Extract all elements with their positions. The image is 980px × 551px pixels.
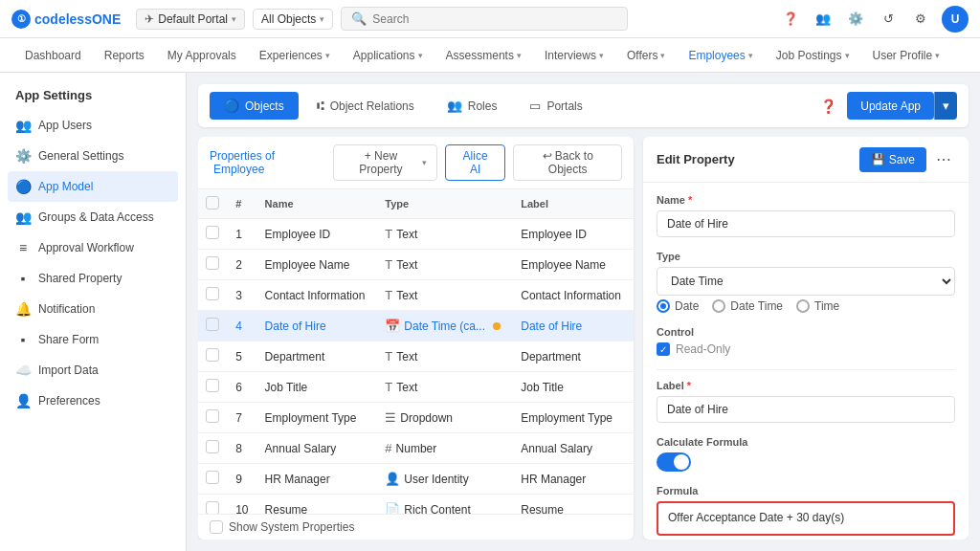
save-button[interactable]: 💾 Save — [859, 147, 926, 172]
edit-panel-header: Edit Property 💾 Save ⋯ — [643, 137, 969, 183]
row-checkbox[interactable] — [198, 464, 228, 495]
nav-interviews[interactable]: Interviews ▾ — [535, 43, 613, 68]
sidebar-item-import-data[interactable]: ☁️ Import Data — [0, 355, 186, 386]
nav-applications[interactable]: Applications ▾ — [344, 43, 433, 68]
nav-reports[interactable]: Reports — [95, 43, 154, 68]
nav-user-profile[interactable]: User Profile ▾ — [863, 43, 950, 68]
row-checkbox[interactable] — [198, 495, 228, 515]
sidebar-item-shared-property[interactable]: ▪ Shared Property — [0, 263, 186, 294]
search-box[interactable]: 🔍 — [341, 7, 628, 31]
logo[interactable]: ① codelessONE — [11, 10, 121, 29]
row-label: Resume — [513, 495, 634, 515]
row-checkbox[interactable] — [198, 311, 228, 342]
portal-label: Default Portal — [158, 12, 228, 26]
row-checkbox[interactable] — [198, 219, 228, 250]
row-type: T Text — [377, 280, 513, 311]
sidebar-item-approval-workflow[interactable]: ≡ Approval Workflow — [0, 232, 186, 263]
portal-selector[interactable]: ✈ Default Portal ▾ — [136, 9, 245, 30]
tab-objects[interactable]: 🔵 Objects — [210, 92, 299, 120]
help-icon[interactable]: ❓ — [779, 8, 802, 31]
notification-icon: 🔔 — [15, 301, 31, 317]
sidebar-item-notification[interactable]: 🔔 Notification — [0, 294, 186, 324]
table-row[interactable]: 10 Resume 📄 Rich Content Resume — [198, 495, 634, 515]
app-users-icon: 👥 — [15, 118, 31, 133]
sidebar-item-app-model[interactable]: 🔵 App Model — [8, 171, 178, 202]
nav-icons: ❓ 👥 ⚙️ ↺ ⚙ U — [779, 6, 969, 33]
calculate-formula-toggle-wrapper — [657, 452, 955, 472]
update-app-button[interactable]: Update App — [847, 92, 934, 120]
all-objects-dropdown[interactable]: All Objects ▾ — [253, 9, 333, 30]
show-system-checkbox[interactable] — [210, 520, 223, 534]
row-checkbox[interactable] — [198, 280, 228, 311]
table-row[interactable]: 8 Annual Salary # Number Annual Salary — [198, 433, 634, 464]
radio-time[interactable]: Time — [796, 299, 839, 313]
table-row[interactable]: 7 Employment Type ☰ Dropdown Employment … — [198, 403, 634, 433]
properties-table: # Name Type Label 1 Employee ID T Text E… — [198, 189, 634, 514]
sidebar-item-app-users[interactable]: 👥 App Users — [0, 110, 186, 141]
tab-roles[interactable]: 👥 Roles — [433, 92, 512, 120]
row-type: 📅 Date Time (ca... — [377, 311, 513, 342]
radio-date[interactable]: Date — [657, 299, 699, 313]
row-num: 10 — [228, 495, 256, 515]
row-label: Employment Type — [513, 403, 634, 433]
nav-assessments[interactable]: Assessments ▾ — [436, 43, 531, 68]
users-icon[interactable]: 👥 — [812, 8, 835, 31]
table-row[interactable]: 5 Department T Text Department — [198, 342, 634, 372]
row-checkbox[interactable] — [198, 250, 228, 280]
row-num: 2 — [228, 250, 256, 280]
nav-experiences[interactable]: Experiences ▾ — [250, 43, 340, 68]
new-property-button[interactable]: + New Property ▾ — [333, 144, 437, 181]
nav-approvals[interactable]: My Approvals — [158, 43, 246, 68]
approval-workflow-icon: ≡ — [15, 240, 31, 255]
readonly-checkbox-item[interactable]: ✓ Read-Only — [657, 342, 955, 356]
nav-job-postings[interactable]: Job Postings ▾ — [767, 43, 859, 68]
nav-employees[interactable]: Employees ▾ — [679, 43, 762, 68]
history-icon[interactable]: ↺ — [877, 8, 900, 31]
shared-property-icon: ▪ — [15, 271, 31, 286]
type-field-label: Type — [657, 251, 955, 262]
more-options-button[interactable]: ⋯ — [932, 146, 955, 172]
nav-offers[interactable]: Offers ▾ — [617, 43, 675, 68]
alice-ai-button[interactable]: Alice AI — [445, 144, 506, 181]
tab-help-icon[interactable]: ❓ — [816, 95, 839, 118]
row-checkbox[interactable] — [198, 433, 228, 464]
show-system-properties[interactable]: Show System Properties — [198, 514, 634, 540]
table-row[interactable]: 4 Date of Hire 📅 Date Time (ca... Date o… — [198, 311, 634, 342]
row-type: ☰ Dropdown — [377, 403, 513, 433]
sidebar-label-share-form: Share Form — [38, 333, 99, 346]
main-layout: App Settings 👥 App Users ⚙️ General Sett… — [0, 73, 980, 551]
sidebar-item-share-form[interactable]: ▪ Share Form — [0, 324, 186, 355]
radio-datetime[interactable]: Date Time — [712, 299, 783, 313]
type-select[interactable]: Date Time — [657, 267, 955, 296]
row-checkbox[interactable] — [198, 372, 228, 403]
row-checkbox[interactable] — [198, 403, 228, 433]
tab-portals[interactable]: ▭ Portals — [515, 92, 596, 120]
table-row[interactable]: 1 Employee ID T Text Employee ID — [198, 219, 634, 250]
tab-object-relations[interactable]: ⑆ Object Relations — [302, 92, 429, 120]
nav-dashboard[interactable]: Dashboard — [15, 43, 91, 68]
table-row[interactable]: 2 Employee Name T Text Employee Name — [198, 250, 634, 280]
label-input[interactable] — [657, 396, 955, 423]
calculate-formula-toggle[interactable] — [657, 452, 691, 472]
table-row[interactable]: 3 Contact Information T Text Contact Inf… — [198, 280, 634, 311]
update-app-dropdown[interactable]: ▾ — [934, 92, 957, 120]
edit-panel-actions: 💾 Save ⋯ — [859, 146, 955, 172]
general-settings-icon: ⚙️ — [15, 148, 31, 164]
row-num: 3 — [228, 280, 256, 311]
type-icon: ☰ — [385, 410, 396, 425]
search-input[interactable] — [372, 12, 617, 26]
sidebar-item-groups-data[interactable]: 👥 Groups & Data Access — [0, 202, 186, 232]
avatar[interactable]: U — [942, 6, 969, 33]
name-input[interactable] — [657, 210, 955, 237]
col-name: Name — [257, 189, 378, 219]
table-row[interactable]: 9 HR Manager 👤 User Identity HR Manager — [198, 464, 634, 495]
row-num: 7 — [228, 403, 256, 433]
row-checkbox[interactable] — [198, 342, 228, 372]
sidebar-item-preferences[interactable]: 👤 Preferences — [0, 386, 186, 416]
sidebar-item-general-settings[interactable]: ⚙️ General Settings — [0, 141, 186, 171]
readonly-checkbox[interactable]: ✓ — [657, 342, 670, 356]
gear-icon[interactable]: ⚙ — [909, 8, 932, 31]
settings-icon[interactable]: ⚙️ — [844, 8, 867, 31]
table-row[interactable]: 6 Job Title T Text Job Title — [198, 372, 634, 403]
back-to-objects-button[interactable]: ↩ Back to Objects — [513, 144, 622, 181]
